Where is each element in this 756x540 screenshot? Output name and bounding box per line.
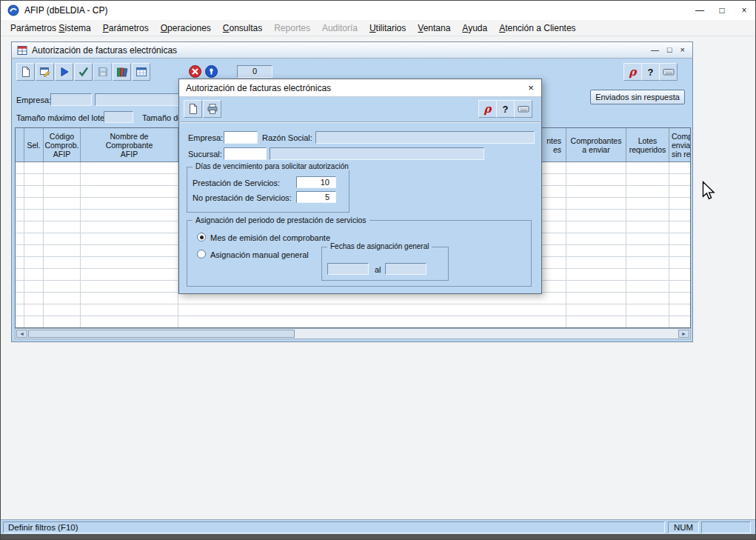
table-cell [566, 281, 626, 293]
enviados-sin-respuesta-button[interactable]: Enviados sin respuesta [590, 90, 685, 104]
table-row[interactable] [16, 316, 690, 328]
table-cell [24, 245, 44, 257]
child-window-titlebar[interactable]: Autorización de facturas electrónicas — … [12, 42, 692, 59]
tamano-lote-label: Tamaño máximo del lote: [16, 113, 107, 122]
menu-item-ayuda[interactable]: Ayuda [456, 21, 493, 36]
window-titlebar[interactable]: AFIP (dbELDIA - CP) — □ × [1, 1, 755, 20]
shortcut-keys-button[interactable] [659, 63, 678, 81]
table-cell [16, 221, 24, 233]
menu-item-operaciones[interactable]: Operaciones [155, 21, 217, 36]
cancel-icon[interactable] [188, 64, 202, 79]
table-cell [81, 162, 178, 174]
radio-mes-emision-label[interactable]: Mes de emisión del comprobante [210, 233, 330, 242]
maximize-button[interactable]: □ [711, 1, 733, 20]
asignacion-group-title: Asignación del periodo de prestación de … [193, 216, 369, 224]
table-cell [566, 269, 626, 281]
toolbar-separator [181, 121, 540, 123]
check-icon [78, 66, 90, 78]
table-row[interactable] [16, 293, 690, 304]
radio-asignacion-manual-label[interactable]: Asignación manual general [210, 250, 309, 259]
dialog-new-button[interactable] [184, 100, 202, 118]
child-minimize-button[interactable]: — [651, 46, 659, 54]
dialog-title: Autorización de facturas electrónicas [186, 83, 331, 93]
table-cell [566, 186, 626, 198]
close-button[interactable]: × [733, 1, 755, 20]
dialog-close-button[interactable]: × [521, 79, 541, 96]
table-cell [16, 304, 24, 316]
scrollbar-thumb[interactable] [28, 330, 295, 338]
column-header[interactable]: Lotesrequeridos [626, 128, 669, 161]
table-cell [44, 221, 81, 233]
minimize-button[interactable]: — [689, 1, 711, 20]
table-cell [24, 269, 44, 281]
scroll-right-arrow[interactable]: ► [678, 330, 689, 338]
tamano-lote-field[interactable] [104, 111, 133, 123]
empresa-label: Empresa: [16, 96, 51, 104]
table-cell [16, 245, 24, 257]
table-cell [669, 293, 691, 304]
dialog-print-button[interactable] [203, 100, 221, 118]
table-cell [24, 162, 44, 174]
child-close-button[interactable]: × [680, 46, 685, 54]
vencimiento-groupbox: Días de vencimiento para solicitar autor… [187, 167, 349, 213]
empresa-field[interactable] [50, 93, 92, 106]
help-icon: ? [503, 104, 509, 115]
dialog-filter-button[interactable]: ρ [478, 100, 497, 118]
grid-export-button[interactable] [132, 63, 150, 81]
column-header[interactable]: Comprobantesa enviar [566, 128, 626, 161]
authorize-lock-icon[interactable] [204, 64, 218, 79]
dialog-titlebar[interactable]: Autorización de facturas electrónicas × [179, 79, 541, 97]
table-cell [626, 221, 669, 233]
edit-record-button[interactable] [36, 63, 54, 81]
save-icon [97, 66, 109, 78]
radio-asignacion-manual[interactable] [197, 250, 206, 259]
menu-item-par-metros-sistema[interactable]: Parámetros Sistema [4, 21, 97, 36]
column-header[interactable]: Nombre deComprobanteAFIP [81, 128, 178, 161]
menu-item-atenci-n-a-clientes[interactable]: Atención a Clientes [493, 21, 581, 36]
column-header[interactable]: Sel. [24, 128, 44, 161]
table-cell [566, 221, 626, 233]
scroll-left-arrow[interactable]: ◄ [16, 330, 27, 338]
menu-item-par-metros[interactable]: Parámetros [97, 21, 155, 36]
table-cell [566, 210, 626, 221]
column-header[interactable]: Comprobaenviadosin respu [669, 128, 691, 161]
run-button[interactable] [55, 63, 73, 81]
column-header[interactable]: CódigoComprob.AFIP [44, 128, 81, 161]
child-window-icon [17, 45, 27, 56]
table-cell [669, 269, 691, 281]
filter-button[interactable]: ρ [623, 63, 642, 81]
table-cell [566, 174, 626, 186]
help-button[interactable]: ? [641, 63, 660, 81]
confirm-button[interactable] [74, 63, 93, 81]
menu-item-consultas[interactable]: Consultas [217, 21, 268, 36]
table-cell [626, 281, 669, 293]
grid-icon [136, 66, 147, 78]
dialog-empresa-field[interactable] [224, 131, 258, 144]
table-cell [44, 245, 81, 257]
sucursal-field[interactable] [224, 147, 267, 160]
pending-counter-field: 0 [237, 65, 272, 78]
dialog-help-button[interactable]: ? [496, 100, 515, 118]
table-cell [44, 316, 81, 328]
books-button[interactable] [113, 63, 131, 81]
new-record-button[interactable] [16, 63, 35, 81]
table-row[interactable] [16, 304, 690, 316]
menu-item-ventana[interactable]: Ventana [412, 21, 456, 36]
prestacion-field[interactable]: 10 [296, 176, 336, 188]
save-button[interactable] [93, 63, 112, 81]
menu-item-utilitarios[interactable]: Utilitarios [364, 21, 412, 36]
table-cell [44, 174, 81, 186]
table-cell [81, 221, 178, 233]
table-cell [669, 281, 691, 293]
horizontal-scrollbar: ◄ ► [15, 328, 691, 339]
table-cell [626, 269, 669, 281]
no-prestacion-field[interactable]: 5 [296, 191, 336, 203]
table-cell [24, 210, 44, 221]
table-cell [24, 281, 44, 293]
column-header[interactable] [16, 128, 24, 161]
radio-mes-emision[interactable] [197, 233, 206, 241]
table-cell [16, 293, 24, 304]
dialog-shortcut-keys-button[interactable] [514, 100, 532, 118]
table-cell [16, 233, 24, 245]
child-maximize-button[interactable]: □ [667, 46, 672, 54]
